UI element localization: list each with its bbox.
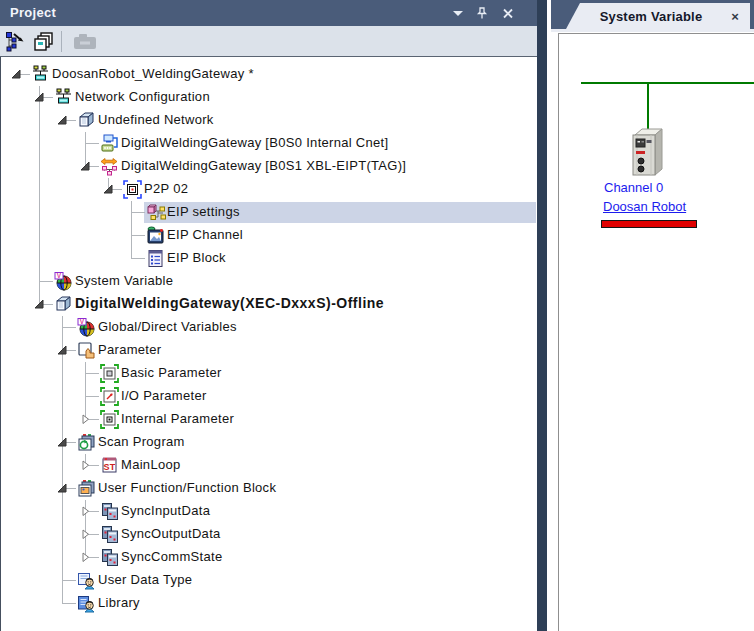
- tree-item-syncoutputdata[interactable]: SyncOutputData: [1, 523, 536, 546]
- tree-item-label: I/O Parameter: [121, 388, 207, 403]
- svg-text:V: V: [80, 318, 85, 325]
- expanded-arrow-icon[interactable]: [56, 436, 68, 448]
- tree-item-label: SyncInputData: [121, 503, 210, 518]
- expanded-arrow-icon[interactable]: [56, 344, 68, 356]
- tree-guide-line: [62, 500, 63, 523]
- tree-item-user-function-function-block[interactable]: User Function/Function Block: [1, 477, 536, 500]
- tree-item-label: Internal Parameter: [121, 411, 234, 426]
- collapsed-arrow-icon[interactable]: [79, 505, 91, 517]
- expanded-arrow-icon[interactable]: [79, 160, 91, 172]
- tab-system-variable[interactable]: System Variable ×: [566, 3, 750, 29]
- tree-item-eip-channel[interactable]: EIP Channel: [1, 224, 536, 247]
- expanded-arrow-icon[interactable]: [33, 298, 45, 310]
- doosan-robot-link[interactable]: Doosan Robot: [603, 199, 686, 214]
- tree-item-internal-parameter[interactable]: Internal Parameter: [1, 408, 536, 431]
- tree-item-scan-program[interactable]: Scan Program: [1, 431, 536, 454]
- tree-item-label: MainLoop: [121, 457, 181, 472]
- tree-item-label: Scan Program: [98, 434, 185, 449]
- project-titlebar: Project: [0, 0, 537, 26]
- tree-item-global-direct-variables[interactable]: VGlobal/Direct Variables: [1, 316, 536, 339]
- tree-item-label: EIP Channel: [167, 227, 243, 242]
- tree-branch-tick: [85, 143, 99, 144]
- tree-item-library[interactable]: Library: [1, 592, 536, 615]
- expanded-arrow-icon[interactable]: [10, 68, 22, 80]
- tree-guide-line: [39, 178, 40, 201]
- toolbar-separator: [61, 31, 62, 52]
- collapsed-arrow-icon[interactable]: [79, 413, 91, 425]
- tree-item-mainloop[interactable]: STMainLoop: [1, 454, 536, 477]
- collapsed-arrow-icon[interactable]: [79, 551, 91, 563]
- tab-close-icon[interactable]: ×: [726, 9, 744, 24]
- collapsed-arrow-icon[interactable]: [79, 459, 91, 471]
- parameter-icon: [77, 341, 96, 360]
- tree-item-doosanrobot-weldinggateway[interactable]: DoosanRobot_WeldingGateway *: [1, 63, 536, 86]
- network-diagram-canvas: Channel 0 Doosan Robot: [558, 33, 754, 631]
- gateway-device-image[interactable]: [629, 127, 667, 185]
- expanded-arrow-icon[interactable]: [33, 91, 45, 103]
- panel-splitter[interactable]: [537, 0, 547, 631]
- tree-item-undefined-network[interactable]: Undefined Network: [1, 109, 536, 132]
- project-icon: [31, 65, 50, 84]
- channel-label: Channel 0: [604, 180, 663, 195]
- close-icon[interactable]: [501, 6, 515, 20]
- eip-channel-icon: [146, 226, 165, 245]
- tree-item-synccommstate[interactable]: SyncCommState: [1, 546, 536, 569]
- expanded-arrow-icon[interactable]: [56, 482, 68, 494]
- tree-item-i-o-parameter[interactable]: I/O Parameter: [1, 385, 536, 408]
- tree-item-parameter[interactable]: Parameter: [1, 339, 536, 362]
- tree-item-label: SyncCommState: [121, 549, 222, 564]
- svg-text:V: V: [57, 272, 62, 279]
- tree-item-eip-block[interactable]: EIP Block: [1, 247, 536, 270]
- tree-item-label: User Data Type: [98, 572, 192, 587]
- device-drop-line: [647, 82, 649, 131]
- tree-item-label: Global/Direct Variables: [98, 319, 237, 334]
- user-data-type-icon: [77, 571, 96, 590]
- tree-item-user-data-type[interactable]: User Data Type: [1, 569, 536, 592]
- tree-item-label: DigitalWeldingGateway [B0S1 XBL-EIPT(TAG…: [121, 158, 406, 173]
- system-variable-icon: V: [54, 272, 73, 291]
- collapsed-arrow-icon[interactable]: [79, 528, 91, 540]
- function-folder-icon: [77, 479, 96, 498]
- tree-item-digitalweldinggateway-b0s1-xbl-eipt-tag[interactable]: DigitalWeldingGateway [B0S1 XBL-EIPT(TAG…: [1, 155, 536, 178]
- project-panel: Project DoosanRobot_WeldingGateway *Netw…: [0, 0, 537, 631]
- scan-program-icon: [77, 433, 96, 452]
- tree-guide-line: [62, 454, 63, 477]
- tree-guide-line: [39, 132, 40, 155]
- tree-branch-tick: [62, 603, 76, 604]
- dropdown-chevron-icon[interactable]: [451, 6, 465, 20]
- tree-guide-line: [39, 247, 40, 270]
- internal-parameter-icon: [100, 410, 119, 429]
- tree-item-label: EIP Block: [167, 250, 226, 265]
- eip-block-icon: [146, 249, 165, 268]
- device-status-bar: [601, 220, 697, 228]
- cnet-icon: [100, 134, 119, 153]
- tree-item-digitalweldinggateway-xec-dxxxs-offline[interactable]: DigitalWeldingGateway(XEC-DxxxS)-Offline: [1, 293, 536, 316]
- eipt-icon: [100, 157, 119, 176]
- expanded-arrow-icon[interactable]: [102, 183, 114, 195]
- tree-branch-tick: [85, 373, 99, 374]
- tree-item-network-configuration[interactable]: Network Configuration: [1, 86, 536, 109]
- tree-item-system-variable[interactable]: VSystem Variable: [1, 270, 536, 293]
- cascade-windows-icon: [33, 31, 55, 53]
- project-toolbar: [0, 26, 537, 57]
- tree-item-p2p-02[interactable]: P2P 02: [1, 178, 536, 201]
- tree-item-eip-settings[interactable]: EIP settings: [1, 201, 536, 224]
- expanded-arrow-icon[interactable]: [56, 114, 68, 126]
- tree-item-label: Library: [98, 595, 140, 610]
- tree-view-button[interactable]: [4, 30, 28, 54]
- tree-item-syncinputdata[interactable]: SyncInputData: [1, 500, 536, 523]
- eip-settings-icon: [146, 203, 165, 222]
- tree-guide-line: [62, 385, 63, 408]
- cascade-windows-button[interactable]: [32, 30, 56, 54]
- tree-branch-tick: [131, 212, 145, 213]
- tree-guide-line: [39, 201, 40, 224]
- tree-item-digitalweldinggateway-b0s0-internal-cnet[interactable]: DigitalWeldingGateway [B0S0 Internal Cne…: [1, 132, 536, 155]
- tree-item-label: DigitalWeldingGateway(XEC-DxxxS)-Offline: [75, 295, 384, 311]
- pin-icon[interactable]: [475, 6, 489, 20]
- tree-item-label: Basic Parameter: [121, 365, 222, 380]
- tree-item-label: EIP settings: [167, 204, 240, 219]
- tree-item-basic-parameter[interactable]: Basic Parameter: [1, 362, 536, 385]
- tree-guide-line: [62, 362, 63, 385]
- system-variable-panel: System Variable × Channel 0 Doosan Robot: [547, 0, 754, 631]
- tree-branch-tick: [85, 396, 99, 397]
